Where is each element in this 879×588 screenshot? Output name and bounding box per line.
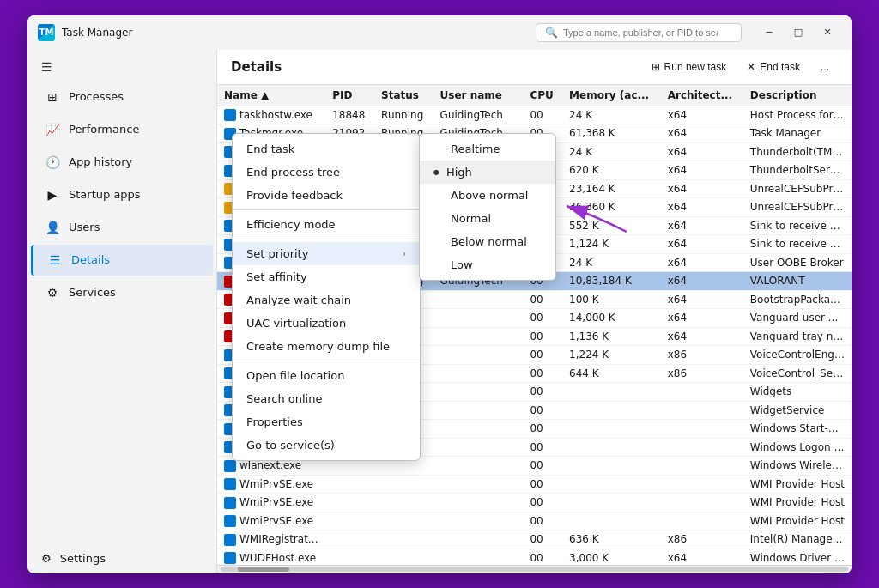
ctx-properties[interactable]: Properties <box>233 410 420 433</box>
cell-pid <box>325 475 374 494</box>
cell-desc: VoiceControl_Service <box>743 364 852 383</box>
sub-above-normal[interactable]: Above normal <box>420 184 555 207</box>
run-new-task-button[interactable]: ⊞ Run new task <box>643 57 736 77</box>
col-pid[interactable]: PID <box>325 85 374 106</box>
ctx-provide-feedback[interactable]: Provide feedback <box>233 184 420 207</box>
cell-desc: Windows Start-Up App <box>743 420 852 439</box>
ctx-analyze-wait-chain[interactable]: Analyze wait chain <box>233 288 420 312</box>
table-row[interactable]: taskhostw.exe 18848 Running GuidingTech … <box>217 106 852 124</box>
search-box[interactable]: 🔍 <box>536 23 742 42</box>
cell-desc: BootstrapPackagedG <box>743 290 852 309</box>
ctx-end-process-tree[interactable]: End process tree <box>233 161 420 184</box>
sidebar-item-label: App history <box>69 155 132 168</box>
table-row[interactable]: WUDFHost.exe 00 3,000 K x64 Windows Driv… <box>217 549 852 565</box>
maximize-button[interactable]: □ <box>785 22 812 43</box>
cell-user <box>433 309 524 328</box>
horizontal-scrollbar[interactable] <box>217 565 852 573</box>
close-button[interactable]: ✕ <box>814 22 841 43</box>
col-cpu[interactable]: CPU <box>523 85 562 106</box>
cell-cpu: 00 <box>523 401 562 420</box>
cell-desc: Vanguard tray notific <box>743 327 852 346</box>
col-user[interactable]: User name <box>433 85 524 106</box>
ctx-set-priority[interactable]: Set priority › <box>233 242 420 265</box>
ctx-go-to-services[interactable]: Go to service(s) <box>233 433 420 457</box>
cell-status <box>374 530 433 549</box>
sub-below-normal[interactable]: Below normal <box>420 230 555 253</box>
sidebar-item-app-history[interactable]: 🕐 App history <box>31 147 213 178</box>
ctx-search-online[interactable]: Search online <box>233 387 420 410</box>
sidebar-item-processes[interactable]: ⊞ Processes <box>31 82 213 112</box>
ctx-efficiency-mode[interactable]: Efficiency mode <box>233 213 420 236</box>
col-status[interactable]: Status <box>374 85 433 106</box>
settings-icon: ⚙ <box>41 552 52 565</box>
cell-arch <box>661 494 743 512</box>
table-row[interactable]: WmiPrvSE.exe 00 WMI Provider Host <box>217 494 852 512</box>
cell-arch <box>661 401 743 420</box>
app-icon: TM <box>38 24 55 41</box>
col-arch[interactable]: Architect... <box>661 85 743 106</box>
svg-rect-19 <box>224 460 236 472</box>
scrollbar-track[interactable] <box>221 567 848 572</box>
sub-high[interactable]: ● High <box>420 161 555 184</box>
table-row[interactable]: WMIRegistrationService.exe 00 636 K x86 … <box>217 530 852 549</box>
sub-low[interactable]: Low <box>420 253 555 276</box>
cell-desc: Host Process for Win <box>743 106 852 124</box>
cell-cpu: 00 <box>523 383 562 402</box>
cell-arch: x64 <box>661 124 743 143</box>
more-options-button[interactable]: ... <box>812 57 838 77</box>
cell-user <box>433 383 524 402</box>
cell-desc: ThunderboltService <box>743 161 852 180</box>
sidebar-item-services[interactable]: ⚙ Services <box>31 277 213 308</box>
end-task-header-button[interactable]: ✕ End task <box>738 57 809 77</box>
cell-desc: Intel(R) Management <box>743 530 852 549</box>
cell-name: WmiPrvSE.exe <box>217 512 325 530</box>
cell-name: WmiPrvSE.exe <box>217 494 325 512</box>
ctx-create-memory-dump[interactable]: Create memory dump file <box>233 335 420 358</box>
title-bar: TM Task Manager 🔍 ─ □ ✕ <box>27 15 852 50</box>
ctx-end-task[interactable]: End task <box>233 137 420 161</box>
sub-realtime[interactable]: Realtime <box>420 137 555 161</box>
cell-pid <box>325 530 374 549</box>
sub-normal[interactable]: Normal <box>420 207 555 230</box>
cell-memory <box>562 512 661 530</box>
cell-arch <box>661 420 743 439</box>
sidebar-item-startup-apps[interactable]: ▶ Startup apps <box>31 179 213 210</box>
col-desc[interactable]: Description <box>743 85 852 106</box>
col-name[interactable]: Name ▲ <box>217 85 325 106</box>
minimize-button[interactable]: ─ <box>755 22 783 43</box>
sidebar-hamburger[interactable]: ☰ <box>27 53 216 81</box>
sidebar-item-details[interactable]: ☰ Details <box>31 245 213 276</box>
cell-memory: 1,136 K <box>562 327 661 346</box>
cell-memory <box>562 438 661 457</box>
cell-desc: UnrealCEFSubProces <box>743 179 852 198</box>
cell-desc: User OOBE Broker <box>743 253 852 272</box>
cell-status <box>374 475 433 494</box>
cell-pid <box>325 512 374 530</box>
table-row[interactable]: WmiPrvSE.exe 00 WMI Provider Host <box>217 512 852 530</box>
table-row[interactable]: WmiPrvSE.exe 00 WMI Provider Host <box>217 475 852 494</box>
cell-arch: x64 <box>661 272 743 291</box>
col-memory[interactable]: Memory (ac... <box>562 85 661 106</box>
cell-memory: 10,83,184 K <box>562 272 661 291</box>
cell-arch <box>661 457 743 476</box>
ctx-uac-virtualization[interactable]: UAC virtualization <box>233 312 420 335</box>
sidebar-settings[interactable]: ⚙ Settings <box>27 543 216 573</box>
cell-user <box>433 530 524 549</box>
cell-memory: 14,000 K <box>562 309 661 328</box>
cell-memory: 61,368 K <box>562 124 661 143</box>
scrollbar-thumb[interactable] <box>238 567 289 572</box>
search-input[interactable] <box>563 27 718 38</box>
cell-desc: Sink to receive async <box>743 216 852 235</box>
app-history-icon: 🕐 <box>45 155 60 169</box>
cell-arch: x64 <box>661 290 743 309</box>
cell-cpu: 00 <box>523 512 562 530</box>
cell-desc: Windows Wireless LA <box>743 457 852 476</box>
sidebar-item-users[interactable]: 👤 Users <box>31 212 213 243</box>
cell-arch <box>661 512 743 530</box>
cell-user <box>433 327 524 346</box>
svg-rect-24 <box>224 552 236 564</box>
ctx-set-affinity[interactable]: Set affinity <box>233 265 420 288</box>
ctx-open-file-location[interactable]: Open file location <box>233 364 420 387</box>
svg-rect-0 <box>224 109 236 121</box>
sidebar-item-performance[interactable]: 📈 Performance <box>31 114 213 145</box>
